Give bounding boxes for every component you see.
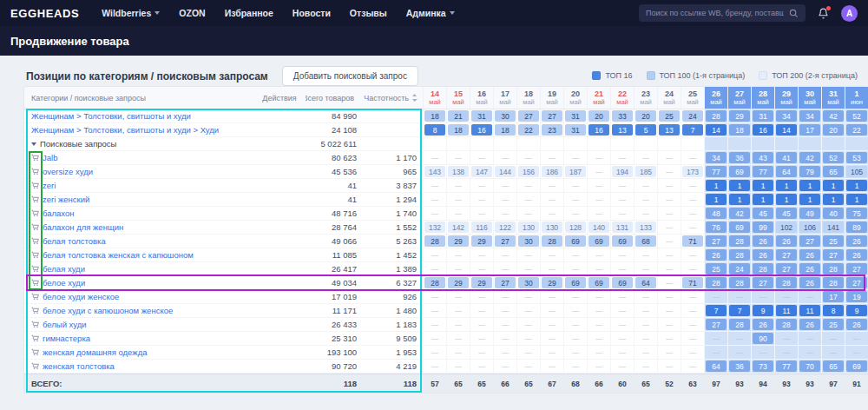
query-link[interactable]: белая худи <box>43 264 85 274</box>
position-cell: — <box>657 332 681 345</box>
position-cell: 21 <box>446 109 470 122</box>
nav-item-2[interactable]: Избранное <box>225 8 273 18</box>
footer-position-cell: 97 <box>821 374 845 393</box>
cart-action-button[interactable] <box>31 334 39 342</box>
cart-action-button[interactable] <box>31 195 39 203</box>
position-cell: 77 <box>774 360 798 373</box>
cart-action-button[interactable] <box>31 182 39 189</box>
cart-action-button[interactable] <box>31 154 39 162</box>
total-products-cell: 17 019 <box>306 290 362 303</box>
cart-action-button[interactable] <box>31 362 39 370</box>
avatar[interactable]: A <box>841 5 858 22</box>
cart-action-button[interactable] <box>31 279 39 287</box>
dash: — <box>619 321 626 328</box>
chevron-down-icon[interactable] <box>31 142 36 146</box>
position-cell: 1 <box>727 179 751 192</box>
cart-action-button[interactable] <box>31 321 39 328</box>
query-link[interactable]: женская домашняя одежда <box>43 347 147 357</box>
query-link[interactable]: белая толстовка женская с капюшоном <box>43 250 194 260</box>
cart-action-button[interactable] <box>31 348 39 356</box>
position-chip: 69 <box>846 360 867 372</box>
position-chip: 25 <box>823 319 844 330</box>
position-cell: — <box>516 179 540 192</box>
nav-item-1[interactable]: OZON <box>179 8 205 18</box>
cart-action-button[interactable] <box>31 168 39 175</box>
position-cell: — <box>563 179 587 192</box>
cart-action-button[interactable] <box>31 293 39 301</box>
position-cell <box>493 137 516 150</box>
nav-item-0[interactable]: Wildberries <box>102 8 160 18</box>
position-cell: — <box>798 332 821 345</box>
position-chip: 21 <box>448 110 469 122</box>
query-link[interactable]: белое худи <box>43 278 85 288</box>
dash: — <box>642 265 649 273</box>
dash: — <box>502 265 509 273</box>
category-cell: zeri женский <box>24 193 253 206</box>
query-link[interactable]: белый худи <box>43 320 87 329</box>
position-cell: — <box>704 290 727 303</box>
dash: — <box>595 265 602 273</box>
position-cell: — <box>587 193 610 206</box>
nav-item-5[interactable]: Админка <box>406 8 455 18</box>
query-link[interactable]: белое худи женское <box>43 292 119 301</box>
position-chip: 75 <box>846 208 867 219</box>
dash: — <box>549 321 556 328</box>
dash: — <box>713 293 720 301</box>
position-cell <box>657 137 681 150</box>
dash: — <box>642 182 649 189</box>
date-day: 29 <box>782 90 791 98</box>
query-link[interactable]: балахон для женщин <box>43 222 123 232</box>
position-chip: 64 <box>635 277 656 288</box>
position-chip: 26 <box>706 249 727 261</box>
position-chip: 8 <box>823 305 844 316</box>
query-link[interactable]: гимнастерка <box>43 334 90 343</box>
position-cell: 28 <box>704 276 727 289</box>
actions-cell <box>253 123 306 136</box>
add-search-query-button[interactable]: Добавить поисковый запрос <box>282 66 418 86</box>
nav-item-3[interactable]: Новости <box>293 8 331 18</box>
query-link[interactable]: Jalb <box>43 153 57 162</box>
footer-position-cell: 91 <box>845 374 868 393</box>
position-cell <box>681 137 704 150</box>
dash: — <box>619 362 626 370</box>
position-chip: 28 <box>823 263 844 274</box>
query-link[interactable]: oversize худи <box>43 167 93 176</box>
nav-item-4[interactable]: Отзывы <box>350 8 387 18</box>
global-search[interactable] <box>639 4 806 22</box>
position-chip: 29 <box>448 277 469 288</box>
position-cell: — <box>516 151 540 164</box>
search-input[interactable] <box>646 9 784 17</box>
actions-cell <box>253 235 306 248</box>
dash: — <box>572 362 579 370</box>
cart-action-button[interactable] <box>31 223 39 231</box>
category-link[interactable]: Женщинам > Толстовки, свитшоты и худи > … <box>31 125 219 135</box>
position-chip: 77 <box>776 360 797 372</box>
dash: — <box>642 154 649 162</box>
table-row-category: Женщинам > Толстовки, свитшоты и худи > … <box>24 123 868 137</box>
cart-action-button[interactable] <box>31 209 39 217</box>
cart-action-button[interactable] <box>31 251 39 259</box>
position-cell: — <box>446 207 470 220</box>
cart-action-button[interactable] <box>31 237 39 245</box>
query-link[interactable]: zeri женский <box>43 195 89 204</box>
query-link[interactable]: белое худи с капюшоном женское <box>43 306 173 315</box>
cart-action-button[interactable] <box>31 307 39 314</box>
frequency-cell: 1 294 <box>362 193 423 206</box>
category-link[interactable]: Женщинам > Толстовки, свитшоты и худи <box>31 111 191 121</box>
position-cell: 89 <box>845 221 868 234</box>
query-link[interactable]: балахон <box>43 208 75 218</box>
position-cell: 26 <box>704 248 727 261</box>
cart-action-button[interactable] <box>31 265 39 273</box>
chevron-down-icon <box>450 11 455 15</box>
sort-icon[interactable] <box>411 94 418 102</box>
position-cell: 1 <box>727 193 751 206</box>
notifications-button[interactable] <box>818 8 829 19</box>
query-link[interactable]: белая толстовка <box>43 236 106 246</box>
date-month: июн <box>851 99 863 106</box>
position-cell: — <box>610 332 634 345</box>
position-cell: — <box>727 332 751 345</box>
actions-cell <box>253 109 306 122</box>
dash: — <box>689 334 696 342</box>
query-link[interactable]: женская толстовка <box>43 361 115 371</box>
query-link[interactable]: zeri <box>43 181 56 190</box>
